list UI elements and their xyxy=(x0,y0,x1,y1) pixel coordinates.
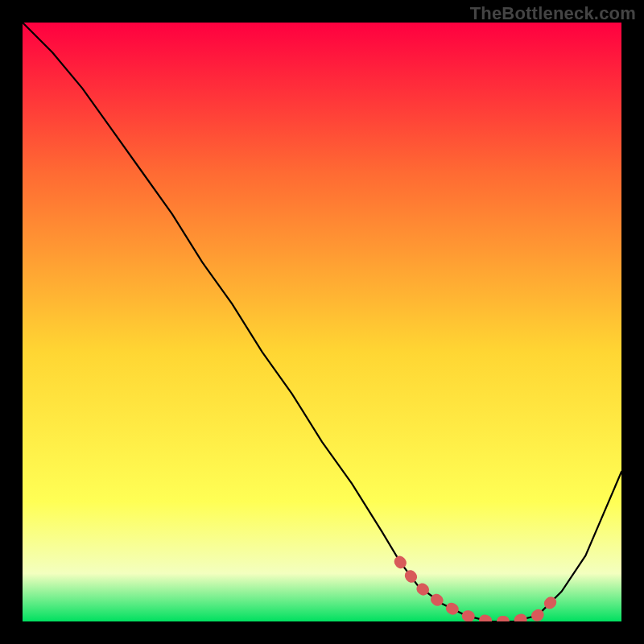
chart-svg xyxy=(23,23,621,621)
watermark-text: TheBottleneck.com xyxy=(470,3,636,24)
gradient-background xyxy=(23,23,621,621)
chart-container: TheBottleneck.com xyxy=(0,0,644,644)
plot-area xyxy=(23,23,621,621)
